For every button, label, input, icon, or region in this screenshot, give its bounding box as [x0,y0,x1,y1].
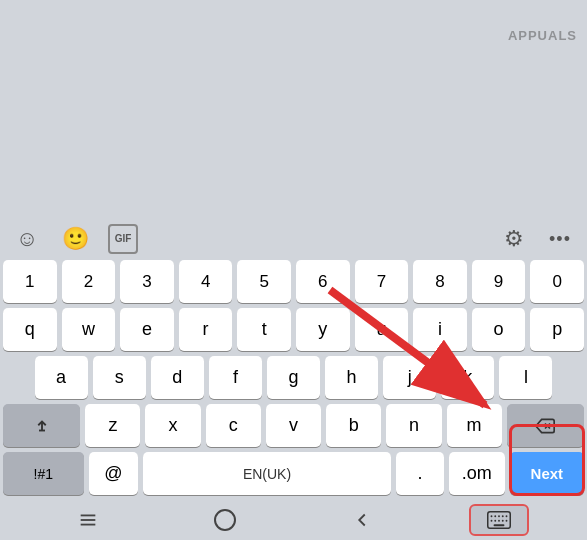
backspace-key[interactable] [507,404,584,447]
key-b[interactable]: b [326,404,381,447]
nav-keyboard-button[interactable] [469,504,529,536]
key-m[interactable]: m [447,404,502,447]
emoji-icon[interactable]: ☺ [12,224,42,254]
shift-key[interactable] [3,404,80,447]
key-y[interactable]: y [296,308,350,351]
nav-bar [0,500,587,540]
space-key[interactable]: EN(UK) [143,452,391,495]
key-l[interactable]: l [499,356,552,399]
key-v[interactable]: v [266,404,321,447]
key-g[interactable]: g [267,356,320,399]
number-row: 1 2 3 4 5 6 7 8 9 0 [3,260,584,303]
key-i[interactable]: i [413,308,467,351]
key-e[interactable]: e [120,308,174,351]
key-o[interactable]: o [472,308,526,351]
watermark-text: APPUALS [508,28,577,43]
special-chars-key[interactable]: !#1 [3,452,84,495]
key-3[interactable]: 3 [120,260,174,303]
nav-back-button[interactable] [332,504,392,536]
at-key[interactable]: @ [89,452,139,495]
key-d[interactable]: d [151,356,204,399]
asdf-spacer-left [3,356,30,399]
key-0[interactable]: 0 [530,260,584,303]
toolbar-right-icons: ⚙ ••• [499,224,575,254]
key-2[interactable]: 2 [62,260,116,303]
more-icon[interactable]: ••• [545,224,575,254]
sticker-icon[interactable]: 🙂 [60,224,90,254]
key-5[interactable]: 5 [237,260,291,303]
key-a[interactable]: a [35,356,88,399]
settings-icon[interactable]: ⚙ [499,224,529,254]
key-s[interactable]: s [93,356,146,399]
key-9[interactable]: 9 [472,260,526,303]
domain-key[interactable]: .om [449,452,505,495]
bottom-row: !#1 @ EN(UK) . .om Next [3,452,584,495]
key-n[interactable]: n [386,404,441,447]
next-key[interactable]: Next [510,452,584,495]
key-x[interactable]: x [145,404,200,447]
key-t[interactable]: t [237,308,291,351]
toolbar-left-icons: ☺ 🙂 GIF [12,224,138,254]
key-q[interactable]: q [3,308,57,351]
asdf-row: a s d f g h j k l [3,356,584,399]
qwerty-row: q w e r t y u i o p [3,308,584,351]
gif-button[interactable]: GIF [108,224,138,254]
keyboard: ☺ 🙂 GIF ⚙ ••• 1 2 3 4 5 6 7 8 9 0 q w e … [0,216,587,540]
keyboard-toolbar: ☺ 🙂 GIF ⚙ ••• [0,216,587,260]
key-p[interactable]: p [530,308,584,351]
key-8[interactable]: 8 [413,260,467,303]
key-z[interactable]: z [85,404,140,447]
key-h[interactable]: h [325,356,378,399]
period-key[interactable]: . [396,452,444,495]
key-j[interactable]: j [383,356,436,399]
key-u[interactable]: u [355,308,409,351]
key-1[interactable]: 1 [3,260,57,303]
nav-lines-button[interactable] [58,504,118,536]
key-r[interactable]: r [179,308,233,351]
nav-home-button[interactable] [195,504,255,536]
zxcv-row: z x c v b n m [3,404,584,447]
svg-point-7 [215,510,235,530]
key-w[interactable]: w [62,308,116,351]
key-f[interactable]: f [209,356,262,399]
key-4[interactable]: 4 [179,260,233,303]
key-7[interactable]: 7 [355,260,409,303]
key-c[interactable]: c [206,404,261,447]
asdf-spacer-right [557,356,584,399]
keys-area: 1 2 3 4 5 6 7 8 9 0 q w e r t y u i o p … [0,260,587,495]
key-6[interactable]: 6 [296,260,350,303]
key-k[interactable]: k [441,356,494,399]
